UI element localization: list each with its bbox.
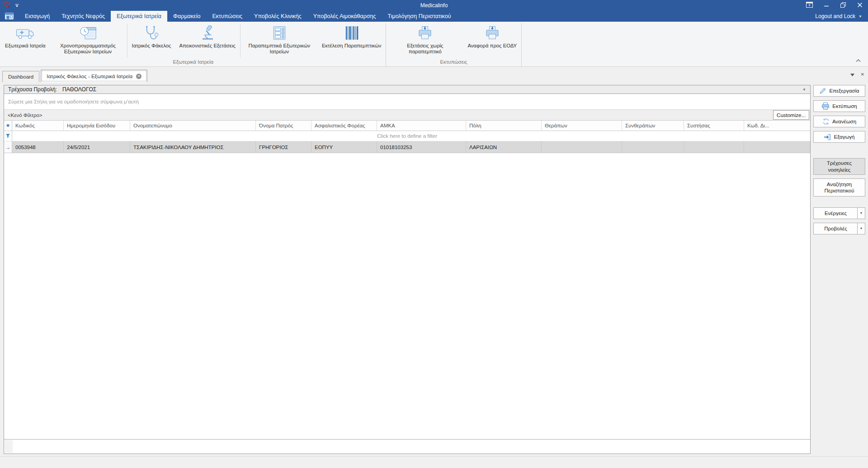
- sidebar-button-label: Εκτύπωση: [832, 103, 857, 109]
- menu-tab-7[interactable]: Υποβολές Αιμοκάθαρσης: [307, 11, 382, 22]
- sidebar-button-6[interactable]: Αναζήτηση Περιστατικού: [813, 178, 865, 197]
- ribbon-group-caption: Εκτυπώσεις: [387, 59, 521, 66]
- ribbon-button-referral-list[interactable]: Παραπεμπτικά Εξωτερικών Ιατρείων: [241, 22, 318, 59]
- chevron-down-icon[interactable]: ▼: [857, 223, 865, 234]
- filter-bar[interactable]: <Κενό Φίλτρο> Customize...: [4, 110, 810, 121]
- empty-filter-label: <Κενό Φίλτρο>: [8, 112, 42, 118]
- referral-list-icon: [271, 24, 288, 42]
- column-header-3[interactable]: Ονοματεπώνυμο: [130, 121, 256, 131]
- collapse-ribbon-button[interactable]: [856, 56, 861, 64]
- menu-tab-3[interactable]: Εξωτερικά Ιατρεία: [111, 11, 167, 22]
- sidebar-button-1[interactable]: Επεξεργασία: [813, 85, 865, 97]
- printer-down-icon: [484, 24, 501, 42]
- tab-close-icon[interactable]: ✕: [861, 72, 864, 77]
- column-header-11[interactable]: Κωδ. Δι...: [744, 121, 810, 131]
- current-view-value: ΠΑΘΟΛΟΓΟΣ: [62, 86, 96, 93]
- sidebar-button-2[interactable]: Εκτύπωση: [813, 100, 865, 112]
- calendar-clock-icon: [79, 24, 97, 42]
- refresh-icon: [822, 118, 830, 125]
- logout-button[interactable]: Logout and Lock ▼: [815, 11, 868, 22]
- titlebar: Medicalinfo: [0, 0, 868, 11]
- document-tabstrip: DashboardΙατρικός Φάκελος - Εξωτερικά Ια…: [0, 67, 868, 82]
- application-window: Medicalinfo ΕισαγωγήΤεχνητός ΝεφρόςΕξωτε…: [0, 0, 868, 468]
- sidebar-button-label: Τρέχουσες νοσηλείες: [816, 160, 863, 173]
- column-header-7[interactable]: Πόλη: [466, 121, 542, 131]
- grid-empty-area: [4, 153, 810, 439]
- table-cell: [542, 141, 622, 153]
- chevron-down-icon[interactable]: ▼: [857, 208, 865, 219]
- current-view-label: Τρέχουσα Προβολή:: [8, 86, 57, 93]
- ribbon-button-calendar-clock[interactable]: Χρονοπρογραμματισμός Εξωτερικών Ιατρείων: [50, 22, 127, 59]
- ribbon: Εξωτερικά ΙατρείαΧρονοπρογραμματισμός Εξ…: [0, 22, 868, 67]
- ribbon-button-label: Απεικονιστικές Εξετάσεις: [179, 43, 235, 49]
- grid-filter-row[interactable]: Click here to define a filter: [4, 131, 810, 141]
- table-cell: ΤΣΑΚΙΡΙΔΗΣ-ΝΙΚΟΛΑΟΥ ΔΗΜΗΤΡΙΟΣ: [130, 141, 256, 153]
- column-header-9[interactable]: Συνθεράπων: [622, 121, 684, 131]
- column-header-1[interactable]: Κωδικός: [12, 121, 64, 131]
- ribbon-button-label: Χρονοπρογραμματισμός Εξωτερικών Ιατρείων: [54, 43, 123, 55]
- table-row[interactable]: →005394824/5/2021ΤΣΑΚΙΡΙΔΗΣ-ΝΙΚΟΛΑΟΥ ΔΗΜ…: [4, 141, 810, 153]
- column-header-8[interactable]: Θεράπων: [542, 121, 622, 131]
- sidebar-button-8[interactable]: Προβολές▼: [813, 223, 865, 234]
- stethoscope-icon: [143, 24, 160, 42]
- sidebar-button-5[interactable]: Τρέχουσες νοσηλείες: [813, 158, 865, 175]
- chevron-down-icon: ▼: [802, 88, 806, 92]
- qat-dropdown-icon[interactable]: [14, 1, 19, 9]
- document-tab-2[interactable]: Ιατρικός Φάκελος - Εξωτερικά Ιατρεία✕: [41, 70, 147, 82]
- barcode-icon: [344, 24, 360, 42]
- status-strip: [0, 456, 868, 468]
- grid-footer-row: [4, 439, 810, 454]
- menu-tab-6[interactable]: Υποβολές Κλινικής: [248, 11, 307, 22]
- tab-list-dropdown-icon[interactable]: [850, 70, 854, 78]
- sidebar-button-3[interactable]: Ανανέωση: [813, 116, 865, 127]
- sidebar-button-4[interactable]: Εξαγωγή: [813, 131, 865, 143]
- menu-items: ΕισαγωγήΤεχνητός ΝεφρόςΕξωτερικά Ιατρεία…: [19, 11, 457, 22]
- menu-tab-2[interactable]: Τεχνητός Νεφρός: [56, 11, 111, 22]
- ribbon-button-printer-down[interactable]: Εξετάσεις χωρίς παραπεμπτικό: [387, 22, 463, 59]
- ribbon-button-ambulance[interactable]: Εξωτερικά Ιατρεία: [1, 22, 50, 59]
- close-icon[interactable]: ✕: [136, 74, 142, 79]
- menu-tab-5[interactable]: Εκτυπώσεις: [206, 11, 248, 22]
- column-header-4[interactable]: Όνομα Πατρός: [256, 121, 311, 131]
- table-cell: ΕΟΠΥΥ: [311, 141, 377, 153]
- table-cell: ΓΡΗΓΟΡΙΟΣ: [256, 141, 311, 153]
- minimize-button[interactable]: [818, 0, 835, 11]
- ribbon-button-barcode[interactable]: Εκτέλεση Παραπεμπτικών: [318, 22, 386, 59]
- table-cell: [744, 141, 810, 153]
- group-by-panel: Σύρετε μια Στήλη για να ομαδοποιήσετε σύ…: [4, 94, 810, 110]
- application-button[interactable]: [0, 11, 19, 22]
- column-header-6[interactable]: ΑΜΚΑ: [377, 121, 466, 131]
- table-cell: 24/5/2021: [64, 141, 130, 153]
- ribbon-button-stethoscope[interactable]: Ιατρικός Φάκελος: [128, 22, 175, 59]
- restore-icon: [840, 1, 846, 9]
- group-by-hint: Σύρετε μια Στήλη για να ομαδοποιήσετε σύ…: [8, 99, 139, 104]
- customize-button[interactable]: Customize...: [773, 110, 809, 120]
- close-button[interactable]: [851, 0, 868, 11]
- menu-tab-1[interactable]: Εισαγωγή: [19, 11, 56, 22]
- column-header-10[interactable]: Συστήσας: [684, 121, 744, 131]
- menu-tab-4[interactable]: Φαρμακείο: [167, 11, 206, 22]
- ribbon-display-options-button[interactable]: [801, 0, 818, 11]
- ribbon-button-printer-down[interactable]: Αναφορά προς ΕΟΔΥ: [463, 22, 521, 59]
- table-cell: [684, 141, 744, 153]
- actions-sidebar: ΕπεξεργασίαΕκτύπωσηΑνανέωσηΕξαγωγήΤρέχου…: [812, 82, 868, 456]
- sidebar-button-label: Εξαγωγή: [834, 134, 854, 140]
- asterisk-icon: ✱: [6, 123, 10, 128]
- column-header-2[interactable]: Ημερομηνία Εισόδου: [64, 121, 130, 131]
- logout-label: Logout and Lock: [815, 13, 855, 19]
- sidebar-button-7[interactable]: Ενέργειες▼: [813, 207, 865, 219]
- sidebar-button-label: Ενέργειες: [825, 210, 847, 216]
- menu-tab-8[interactable]: Τιμολόγηση Περιστατικού: [382, 11, 457, 22]
- document-tab-1[interactable]: Dashboard: [2, 71, 39, 82]
- restore-button[interactable]: [835, 0, 851, 11]
- ribbon-button-microscope[interactable]: Απεικονιστικές Εξετάσεις: [175, 22, 239, 59]
- chevron-down-icon: ▼: [859, 14, 862, 19]
- row-indicator-cell: [4, 131, 12, 141]
- footer-indicator-cell: [5, 440, 13, 453]
- table-cell: 01018103253: [377, 141, 466, 153]
- column-header-5[interactable]: Ασφαλιστικός Φορέας: [311, 121, 377, 131]
- medical-heart-icon: [3, 1, 10, 10]
- ribbon-button-label: Εξωτερικά Ιατρεία: [5, 43, 46, 49]
- document-tab-label: Dashboard: [8, 74, 33, 80]
- current-view-selector[interactable]: Τρέχουσα Προβολή: ΠΑΘΟΛΟΓΟΣ ▼: [4, 85, 811, 94]
